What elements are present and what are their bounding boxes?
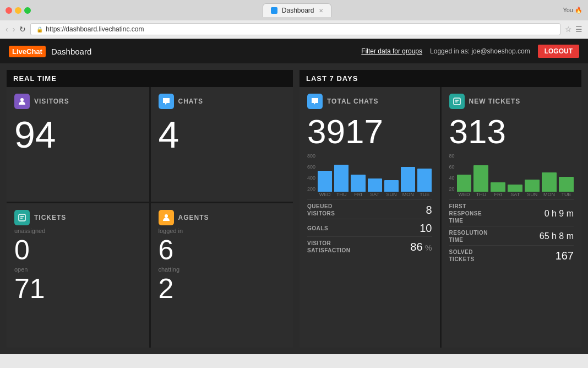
user-badge: You 🔥: [563, 7, 582, 14]
goals-label: GOALS: [307, 225, 328, 232]
visitor-satisfaction-row: VISITORSATISFACTION 86 %: [307, 236, 432, 254]
y-labels: 800 600 400 200: [307, 153, 315, 192]
traffic-lights: [6, 7, 31, 14]
goals-row: GOALS 10: [307, 219, 432, 235]
tbar-sat: [508, 185, 522, 192]
svg-point-0: [20, 98, 24, 101]
tickets-day-labels: WED THU FRI SAT SUN MON TUE: [457, 192, 574, 197]
bar-mon: [401, 167, 415, 192]
browser-tab[interactable]: Dashboard ✕: [263, 3, 331, 17]
address-bar[interactable]: 🔒 https://dashboard.livechatinc.com: [30, 23, 560, 35]
filter-link[interactable]: Filter data for groups: [361, 47, 422, 55]
visitor-satisfaction-value: 86 %: [410, 241, 432, 253]
bar-sun: [384, 180, 399, 192]
refresh-button[interactable]: ↻: [19, 25, 26, 34]
visitors-card-header: VISITORS: [14, 94, 141, 109]
chart-day-labels: WED THU FRI SAT SUN MON TUE: [318, 192, 432, 197]
bar-tue: [417, 169, 432, 192]
tickets-sub: unassigned 0 open 71: [14, 228, 141, 302]
close-button[interactable]: [6, 7, 12, 14]
app: LiveChat Dashboard Filter data for group…: [0, 39, 588, 354]
goals-value: 10: [420, 222, 432, 235]
agents-logged-in-value: 6: [159, 236, 286, 264]
tab-close-icon[interactable]: ✕: [319, 8, 323, 14]
forward-button[interactable]: ›: [13, 25, 15, 34]
chats-label: CHATS: [178, 98, 203, 105]
right-panel: LAST 7 DAYS TOTAL CHATS 3917: [300, 70, 581, 348]
solved-tickets-label: SOLVEDTICKETS: [449, 248, 475, 263]
agents-chatting-label: chatting: [159, 266, 286, 273]
resolution-time-value: 65 h 8 m: [540, 231, 574, 241]
agents-icon: [159, 210, 174, 225]
svg-rect-6: [454, 98, 460, 105]
tickets-card-header: TICKETS: [14, 210, 141, 225]
main-content: REAL TIME VISITORS 94: [0, 63, 588, 354]
back-button[interactable]: ‹: [6, 25, 8, 34]
tbar-thu: [473, 165, 488, 192]
left-panel: REAL TIME VISITORS 94: [7, 70, 293, 348]
queued-visitors-row: QUEUEDVISITORS 8: [307, 199, 432, 217]
tickets-label: TICKETS: [34, 214, 66, 221]
agents-card-header: AGENTS: [159, 210, 286, 225]
new-tickets-card: NEW TICKETS 313 80 60 40 20: [442, 87, 582, 348]
tbar-mon: [542, 172, 557, 192]
new-tickets-bottom-stats: FIRSTRESPONSETIME 0 h 9 m RESOLUTIONTIME…: [449, 199, 574, 263]
browser-titlebar: Dashboard ✕ You 🔥: [0, 0, 588, 20]
realtime-section-header: REAL TIME: [7, 70, 293, 87]
browser-chrome: Dashboard ✕ You 🔥 ‹ › ↻ 🔒 https://dashbo…: [0, 0, 588, 39]
tickets-unassigned-label: unassigned: [14, 228, 141, 234]
last7-grid: TOTAL CHATS 3917 800 600 400 200: [300, 87, 581, 348]
new-tickets-value: 313: [449, 115, 574, 149]
brand: LiveChat Dashboard: [9, 46, 91, 57]
new-tickets-chart: 80 60 40 20: [449, 153, 574, 197]
maximize-button[interactable]: [24, 7, 31, 14]
brand-title: Dashboard: [51, 47, 91, 56]
bar-thu: [334, 165, 349, 192]
tickets-icon: [14, 210, 30, 225]
visitors-value: 94: [14, 116, 141, 153]
url-text: https://dashboard.livechatinc.com: [46, 25, 144, 33]
visitors-label: VISITORS: [34, 98, 69, 105]
star-icon[interactable]: ☆: [565, 25, 572, 34]
agents-chatting-value: 2: [159, 275, 286, 302]
chart-bars: [318, 153, 432, 192]
solved-tickets-row: SOLVEDTICKETS 167: [449, 245, 574, 263]
queued-visitors-label: QUEUEDVISITORS: [307, 203, 335, 217]
chats-value: 4: [159, 116, 286, 153]
nav-right: Filter data for groups Logged in as: joe…: [361, 45, 579, 58]
agents-label: AGENTS: [178, 214, 209, 221]
svg-rect-1: [19, 214, 25, 221]
bar-fri: [351, 175, 365, 192]
toolbar-right: ☆ ☰: [565, 25, 582, 34]
menu-icon[interactable]: ☰: [575, 25, 582, 34]
tickets-chart-bars: [457, 153, 574, 192]
new-tickets-label: NEW TICKETS: [469, 98, 521, 105]
tab-favicon: [271, 7, 277, 14]
agents-card: AGENTS logged in 6 chatting 2: [151, 203, 293, 348]
total-chats-chart: 800 600 400 200: [307, 153, 432, 197]
logout-button[interactable]: LOGOUT: [538, 45, 579, 58]
tickets-unassigned-value: 0: [14, 236, 141, 264]
first-response-value: 0 h 9 m: [545, 209, 574, 219]
tickets-open-value: 71: [14, 275, 141, 302]
first-response-label: FIRSTRESPONSETIME: [449, 203, 482, 224]
tickets-open-label: open: [14, 266, 141, 273]
minimize-button[interactable]: [15, 7, 21, 14]
queued-visitors-value: 8: [426, 204, 432, 217]
svg-point-5: [168, 215, 170, 217]
last7-header: LAST 7 DAYS: [300, 70, 581, 87]
tab-title: Dashboard: [282, 7, 314, 14]
lock-icon: 🔒: [36, 26, 43, 33]
agents-logged-in-label: logged in: [159, 228, 286, 234]
new-tickets-header: NEW TICKETS: [449, 94, 574, 109]
browser-toolbar: ‹ › ↻ 🔒 https://dashboard.livechatinc.co…: [0, 20, 588, 39]
realtime-grid: VISITORS 94 CHATS 4: [7, 87, 293, 348]
brand-logo: LiveChat: [9, 46, 46, 57]
bar-sat: [368, 178, 382, 192]
logged-in-text: Logged in as: joe@shoeshop.com: [430, 47, 530, 55]
bar-wed: [318, 171, 332, 192]
total-chats-bottom-stats: QUEUEDVISITORS 8 GOALS 10 VISITORSATISFA…: [307, 199, 432, 254]
total-chats-card: TOTAL CHATS 3917 800 600 400 200: [300, 87, 440, 348]
resolution-time-row: RESOLUTIONTIME 65 h 8 m: [449, 226, 574, 243]
visitor-satisfaction-label: VISITORSATISFACTION: [307, 240, 351, 254]
